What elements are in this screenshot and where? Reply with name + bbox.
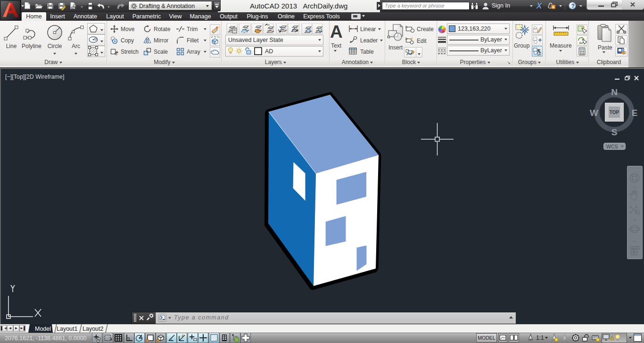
svg-text:Layout1: Layout1 [57,326,78,332]
svg-text:N: N [611,88,618,97]
svg-text:E: E [632,108,638,118]
svg-text:TOP: TOP [610,110,619,115]
svg-text:AD: AD [265,48,273,55]
svg-text:W: W [590,108,598,118]
svg-text:S: S [611,127,618,136]
svg-text:Layout2: Layout2 [83,326,104,332]
svg-text:Model: Model [35,326,51,332]
